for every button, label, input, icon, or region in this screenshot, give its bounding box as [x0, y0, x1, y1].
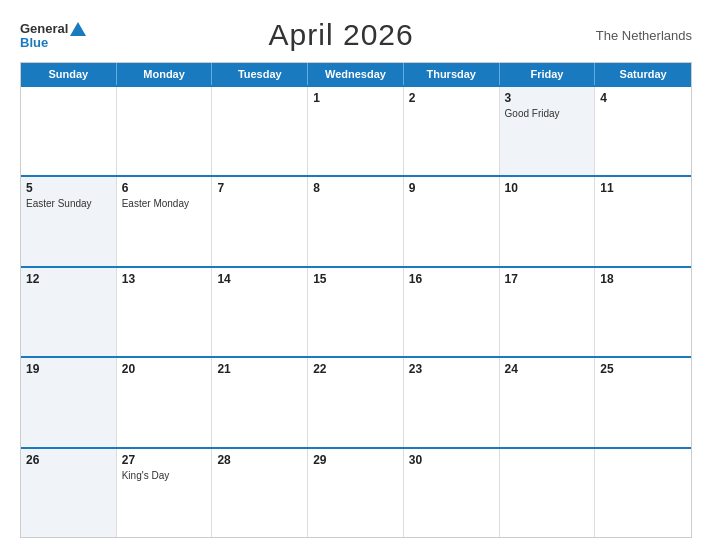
- cal-cell-w4-d6: 24: [500, 358, 596, 446]
- logo-blue-text: Blue: [20, 36, 48, 49]
- day-number: 18: [600, 272, 686, 286]
- col-tuesday: Tuesday: [212, 63, 308, 85]
- cal-cell-w3-d6: 17: [500, 268, 596, 356]
- cal-cell-w4-d4: 22: [308, 358, 404, 446]
- week-row-1: 123Good Friday4: [21, 85, 691, 175]
- calendar-page: General Blue April 2026 The Netherlands …: [0, 0, 712, 550]
- cal-cell-w5-d4: 29: [308, 449, 404, 537]
- day-number: 6: [122, 181, 207, 195]
- day-number: 11: [600, 181, 686, 195]
- page-header: General Blue April 2026 The Netherlands: [20, 18, 692, 52]
- calendar: Sunday Monday Tuesday Wednesday Thursday…: [20, 62, 692, 538]
- month-title: April 2026: [269, 18, 414, 52]
- cal-cell-w1-d7: 4: [595, 87, 691, 175]
- day-number: 13: [122, 272, 207, 286]
- cal-cell-w5-d7: [595, 449, 691, 537]
- day-number: 4: [600, 91, 686, 105]
- cal-cell-w1-d6: 3Good Friday: [500, 87, 596, 175]
- day-number: 26: [26, 453, 111, 467]
- calendar-header: Sunday Monday Tuesday Wednesday Thursday…: [21, 63, 691, 85]
- day-number: 10: [505, 181, 590, 195]
- cal-cell-w2-d3: 7: [212, 177, 308, 265]
- day-number: 25: [600, 362, 686, 376]
- logo: General Blue: [20, 22, 86, 49]
- day-number: 3: [505, 91, 590, 105]
- cal-cell-w5-d6: [500, 449, 596, 537]
- calendar-body: 123Good Friday45Easter Sunday6Easter Mon…: [21, 85, 691, 537]
- cal-cell-w4-d7: 25: [595, 358, 691, 446]
- cal-cell-w2-d6: 10: [500, 177, 596, 265]
- logo-general-text: General: [20, 22, 68, 35]
- week-row-5: 2627King's Day282930: [21, 447, 691, 537]
- day-number: 2: [409, 91, 494, 105]
- day-number: 24: [505, 362, 590, 376]
- day-number: 15: [313, 272, 398, 286]
- day-number: 5: [26, 181, 111, 195]
- day-number: 22: [313, 362, 398, 376]
- day-number: 14: [217, 272, 302, 286]
- day-number: 7: [217, 181, 302, 195]
- cal-cell-w4-d2: 20: [117, 358, 213, 446]
- cal-cell-w1-d5: 2: [404, 87, 500, 175]
- country-label: The Netherlands: [596, 28, 692, 43]
- cal-cell-w2-d1: 5Easter Sunday: [21, 177, 117, 265]
- day-number: 16: [409, 272, 494, 286]
- col-monday: Monday: [117, 63, 213, 85]
- col-thursday: Thursday: [404, 63, 500, 85]
- col-wednesday: Wednesday: [308, 63, 404, 85]
- cal-cell-w3-d5: 16: [404, 268, 500, 356]
- cal-cell-w4-d3: 21: [212, 358, 308, 446]
- cal-cell-w3-d3: 14: [212, 268, 308, 356]
- cal-cell-w2-d5: 9: [404, 177, 500, 265]
- event-label: Easter Monday: [122, 197, 207, 210]
- cal-cell-w1-d4: 1: [308, 87, 404, 175]
- col-sunday: Sunday: [21, 63, 117, 85]
- day-number: 20: [122, 362, 207, 376]
- day-number: 1: [313, 91, 398, 105]
- cal-cell-w2-d4: 8: [308, 177, 404, 265]
- cal-cell-w5-d3: 28: [212, 449, 308, 537]
- event-label: King's Day: [122, 469, 207, 482]
- day-number: 28: [217, 453, 302, 467]
- cal-cell-w3-d1: 12: [21, 268, 117, 356]
- day-number: 29: [313, 453, 398, 467]
- cal-cell-w1-d2: [117, 87, 213, 175]
- day-number: 8: [313, 181, 398, 195]
- day-number: 12: [26, 272, 111, 286]
- day-number: 9: [409, 181, 494, 195]
- cal-cell-w2-d2: 6Easter Monday: [117, 177, 213, 265]
- day-number: 27: [122, 453, 207, 467]
- day-number: 19: [26, 362, 111, 376]
- cal-cell-w1-d1: [21, 87, 117, 175]
- event-label: Easter Sunday: [26, 197, 111, 210]
- cal-cell-w4-d1: 19: [21, 358, 117, 446]
- cal-cell-w5-d2: 27King's Day: [117, 449, 213, 537]
- day-number: 21: [217, 362, 302, 376]
- day-number: 30: [409, 453, 494, 467]
- cal-cell-w2-d7: 11: [595, 177, 691, 265]
- day-number: 23: [409, 362, 494, 376]
- week-row-4: 19202122232425: [21, 356, 691, 446]
- cal-cell-w5-d1: 26: [21, 449, 117, 537]
- week-row-2: 5Easter Sunday6Easter Monday7891011: [21, 175, 691, 265]
- week-row-3: 12131415161718: [21, 266, 691, 356]
- event-label: Good Friday: [505, 107, 590, 120]
- cal-cell-w3-d4: 15: [308, 268, 404, 356]
- cal-cell-w3-d7: 18: [595, 268, 691, 356]
- col-friday: Friday: [500, 63, 596, 85]
- logo-triangle-icon: [70, 22, 86, 36]
- cal-cell-w5-d5: 30: [404, 449, 500, 537]
- cal-cell-w1-d3: [212, 87, 308, 175]
- day-number: 17: [505, 272, 590, 286]
- col-saturday: Saturday: [595, 63, 691, 85]
- cal-cell-w4-d5: 23: [404, 358, 500, 446]
- cal-cell-w3-d2: 13: [117, 268, 213, 356]
